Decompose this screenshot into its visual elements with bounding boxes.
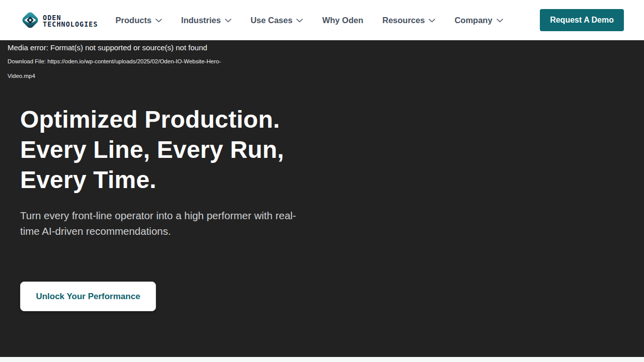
oden-eye-logo-icon (20, 10, 40, 30)
site-header: ODEN TECHNOLOGIES Products Industries Us… (0, 0, 644, 40)
download-file-link-line1[interactable]: Download File: https://oden.io/wp-conten… (8, 58, 221, 64)
hero-heading-line1: Optimized Production. (20, 105, 284, 135)
chevron-down-icon (155, 19, 162, 23)
nav-item-industries-label: Industries (181, 16, 221, 25)
hero-section: Media error: Format(s) not supported or … (0, 40, 644, 357)
hero-heading-line3: Every Time. (20, 165, 284, 195)
request-a-demo-button[interactable]: Request A Demo (540, 9, 624, 31)
unlock-your-performance-button[interactable]: Unlock Your Performance (20, 282, 156, 311)
next-section-edge (0, 357, 644, 362)
nav-item-company-label: Company (454, 16, 492, 25)
chevron-down-icon (497, 19, 503, 23)
chevron-down-icon (296, 19, 303, 23)
oden-logo[interactable]: ODEN TECHNOLOGIES (20, 10, 98, 30)
nav-item-industries[interactable]: Industries (181, 16, 231, 25)
hero-heading-line2: Every Line, Every Run, (20, 135, 284, 165)
nav-item-use-cases[interactable]: Use Cases (251, 16, 303, 25)
nav-item-why-oden-label: Why Oden (322, 16, 363, 25)
nav-item-products[interactable]: Products (116, 16, 163, 25)
media-error-message: Media error: Format(s) not supported or … (8, 43, 207, 52)
download-file-link-line2[interactable]: Video.mp4 (8, 73, 35, 79)
hero-heading: Optimized Production. Every Line, Every … (20, 105, 284, 195)
nav-item-products-label: Products (116, 16, 152, 25)
chevron-down-icon (429, 19, 435, 23)
chevron-down-icon (225, 19, 231, 23)
nav-item-resources[interactable]: Resources (382, 16, 435, 25)
nav-item-why-oden[interactable]: Why Oden (322, 16, 363, 25)
nav-item-resources-label: Resources (382, 16, 425, 25)
nav-item-company[interactable]: Company (454, 16, 503, 25)
nav-item-use-cases-label: Use Cases (251, 16, 292, 25)
hero-subheading: Turn every front-line operator into a hi… (20, 208, 302, 239)
oden-logo-wordmark: ODEN TECHNOLOGIES (43, 13, 98, 27)
main-nav: Products Industries Use Cases Why Oden R… (116, 16, 503, 25)
